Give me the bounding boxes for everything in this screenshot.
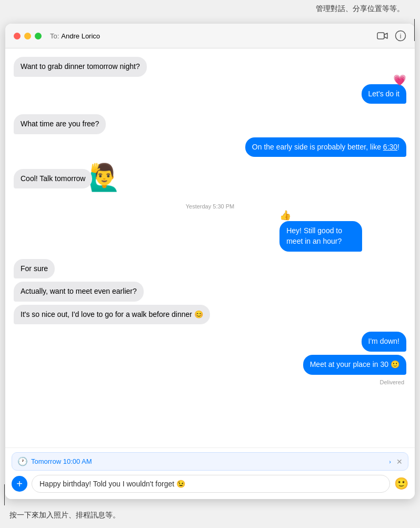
scheduled-time: Tomorrow 10:00 AM bbox=[31, 457, 388, 465]
message-text: It's so nice out, I'd love to go for a w… bbox=[21, 310, 203, 318]
top-annotation: 管理對話、分享位置等等。 bbox=[316, 4, 404, 14]
recipient-name: Andre Lorico bbox=[61, 32, 377, 40]
to-label: To: bbox=[50, 32, 59, 40]
message-bubble: Cool! Talk tomorrow bbox=[14, 169, 92, 189]
close-button[interactable] bbox=[14, 33, 21, 39]
message-row: 👍 Hey! Still good to meet in an hour? bbox=[14, 221, 406, 251]
message-bubble: I'm down! bbox=[362, 332, 406, 352]
emoji-button[interactable]: 🙂 bbox=[394, 477, 408, 491]
bottom-annotation: 按一下來加入照片、排程訊息等。 bbox=[9, 511, 120, 520]
scheduled-chevron-icon: › bbox=[389, 459, 391, 465]
message-text: Actually, want to meet even earlier? bbox=[21, 287, 137, 295]
scheduled-banner[interactable]: 🕐 Tomorrow 10:00 AM › ✕ bbox=[12, 452, 408, 471]
message-row: It's so nice out, I'd love to go for a w… bbox=[14, 305, 406, 325]
message-row: Actually, want to meet even earlier? bbox=[14, 282, 406, 302]
message-bubble: Hey! Still good to meet in an hour? bbox=[279, 221, 362, 251]
input-area: 🕐 Tomorrow 10:00 AM › ✕ + 🙂 bbox=[5, 447, 415, 499]
video-call-icon[interactable] bbox=[377, 30, 388, 42]
minimize-button[interactable] bbox=[24, 33, 31, 39]
message-bubble: For sure bbox=[14, 259, 55, 279]
message-text: On the early side is probably better, li… bbox=[252, 143, 399, 151]
maximize-button[interactable] bbox=[35, 33, 42, 39]
time-link[interactable]: 6:30 bbox=[383, 143, 397, 151]
titlebar-icons: i bbox=[377, 30, 406, 42]
message-bubble: Meet at your place in 30 🙂 bbox=[303, 355, 406, 375]
scheduled-close-button[interactable]: ✕ bbox=[396, 457, 403, 466]
reaction-heart: 💗 bbox=[393, 73, 406, 87]
message-text: What time are you free? bbox=[21, 119, 99, 128]
scheduled-clock-icon: 🕐 bbox=[17, 456, 28, 466]
info-icon[interactable]: i bbox=[395, 30, 406, 42]
message-text: Want to grab dinner tomorrow night? bbox=[21, 62, 140, 71]
message-row: On the early side is probably better, li… bbox=[14, 137, 406, 157]
message-row: For sure bbox=[14, 259, 406, 279]
message-row: Want to grab dinner tomorrow night? bbox=[14, 57, 406, 77]
memoji-sticker: 🙋‍♂️ bbox=[88, 162, 121, 193]
message-bubble: What time are you free? bbox=[14, 114, 106, 134]
message-row: I'm down! bbox=[14, 332, 406, 352]
titlebar: To: Andre Lorico i bbox=[5, 24, 415, 48]
message-text: Let's do it bbox=[368, 89, 400, 98]
message-text: Meet at your place in 30 🙂 bbox=[310, 360, 399, 368]
message-bubble: Want to grab dinner tomorrow night? bbox=[14, 57, 147, 77]
message-text: For sure bbox=[21, 264, 48, 273]
svg-rect-0 bbox=[377, 33, 384, 39]
message-text: Cool! Talk tomorrow bbox=[21, 174, 85, 184]
message-bubble: It's so nice out, I'd love to go for a w… bbox=[14, 305, 210, 325]
message-row: 💗 Let's do it bbox=[14, 84, 406, 104]
message-row: Cool! Talk tomorrow 🙋‍♂️ bbox=[14, 162, 406, 188]
traffic-lights bbox=[14, 33, 42, 39]
message-row: Meet at your place in 30 🙂 bbox=[14, 355, 406, 375]
messages-window: To: Andre Lorico i Want to grab dinner t… bbox=[5, 24, 415, 499]
timestamp-divider: Yesterday 5:30 PM bbox=[14, 203, 406, 210]
messages-area: Want to grab dinner tomorrow night? 💗 Le… bbox=[5, 48, 415, 447]
message-bubble-container: 👍 Hey! Still good to meet in an hour? bbox=[279, 221, 406, 251]
message-row: What time are you free? bbox=[14, 114, 406, 134]
add-button[interactable]: + bbox=[12, 476, 27, 492]
svg-text:i: i bbox=[400, 33, 402, 40]
message-text: I'm down! bbox=[368, 337, 399, 345]
message-bubble: 💗 Let's do it bbox=[362, 84, 407, 104]
message-input[interactable] bbox=[32, 475, 390, 493]
input-row: + 🙂 bbox=[12, 475, 408, 493]
delivered-label: Delivered bbox=[14, 379, 406, 385]
message-bubble: On the early side is probably better, li… bbox=[245, 137, 406, 157]
reaction-thumbsup: 👍 bbox=[279, 210, 291, 221]
message-text: Hey! Still good to meet in an hour? bbox=[286, 226, 342, 245]
message-bubble: Actually, want to meet even earlier? bbox=[14, 282, 144, 302]
